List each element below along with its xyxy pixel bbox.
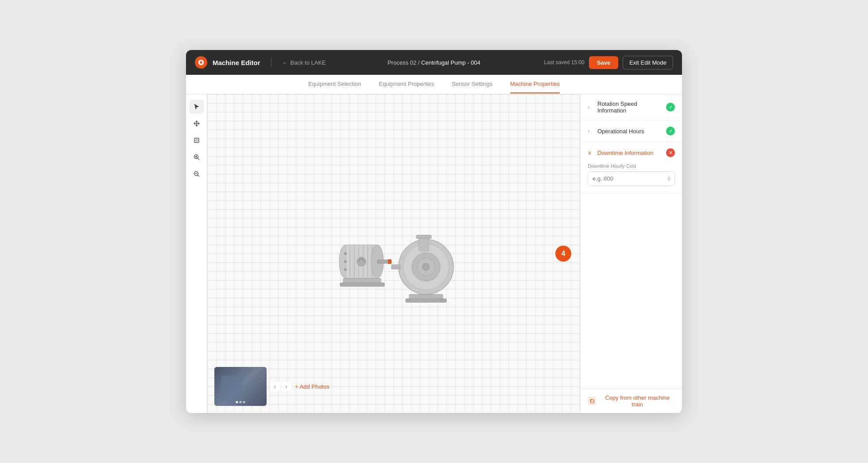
accordion-downtime-info-header[interactable]: ∨ Downtime Information ✕ <box>581 142 682 163</box>
add-photos-button[interactable]: + Add Photos <box>295 383 329 390</box>
left-toolbar <box>186 94 207 413</box>
app-header: Machine Editor ← Back to LAKE Process 02… <box>186 50 682 75</box>
photo-thumbnail[interactable] <box>214 367 267 406</box>
chevron-down-icon: ∨ <box>588 150 594 156</box>
cursor-tool-button[interactable] <box>190 100 204 114</box>
header-divider <box>271 58 271 67</box>
app-title: Machine Editor <box>213 59 260 66</box>
tab-bar: Equipment Selection Equipment Properties… <box>186 75 682 94</box>
downtime-field-wrap: $ <box>588 171 675 186</box>
save-button[interactable]: Save <box>589 56 618 69</box>
svg-point-25 <box>422 263 430 270</box>
chevron-right-icon-2: › <box>588 128 594 134</box>
chevron-right-icon: › <box>588 104 594 110</box>
last-saved-label: Last saved 15:00 <box>544 59 584 66</box>
svg-rect-13 <box>377 260 390 263</box>
copy-from-machine-train-button[interactable]: Copy from other machine train <box>588 394 675 408</box>
photo-navigation: ‹ › <box>270 382 291 391</box>
accordion-operational-hours-title: Operational Hours <box>597 128 663 135</box>
svg-rect-20 <box>340 283 384 286</box>
step-badge: 4 <box>555 246 571 262</box>
machine-illustration <box>301 196 469 311</box>
breadcrumb: Process 02 / Centrifugal Pump - 004 <box>388 59 480 66</box>
photo-prev-button[interactable]: ‹ <box>270 382 280 391</box>
frame-tool-button[interactable] <box>190 133 204 147</box>
svg-point-16 <box>344 260 347 263</box>
status-ok-icon-2: ✓ <box>666 127 675 135</box>
tab-equipment-selection[interactable]: Equipment Selection <box>308 75 361 93</box>
right-panel: › Rotation Speed Information ✓ › Operati… <box>580 94 682 413</box>
move-tool-button[interactable] <box>190 116 204 131</box>
svg-rect-28 <box>391 265 400 269</box>
currency-unit: $ <box>667 176 670 182</box>
svg-rect-27 <box>416 235 431 239</box>
copy-icon <box>588 397 596 405</box>
zoom-in-button[interactable] <box>190 150 204 164</box>
accordion-operational-hours: › Operational Hours ✓ <box>581 120 682 142</box>
tab-equipment-properties[interactable]: Equipment Properties <box>379 75 434 93</box>
accordion-rotation-speed-header[interactable]: › Rotation Speed Information ✓ <box>581 94 682 120</box>
accordion-downtime-body: Downtime Hourly Cost $ <box>581 163 682 193</box>
status-error-icon: ✕ <box>666 148 675 157</box>
svg-rect-30 <box>406 299 446 302</box>
svg-rect-0 <box>194 138 199 143</box>
svg-rect-1 <box>196 139 198 141</box>
back-to-lake-link[interactable]: ← Back to LAKE <box>282 59 326 66</box>
downtime-field-label: Downtime Hourly Cost <box>588 163 675 169</box>
photo-strip: ‹ › + Add Photos <box>214 367 329 406</box>
svg-point-15 <box>344 252 347 255</box>
svg-rect-14 <box>388 259 391 264</box>
svg-rect-31 <box>591 400 594 403</box>
svg-point-17 <box>344 268 347 271</box>
accordion-downtime-info-title: Downtime Information <box>597 150 663 156</box>
status-ok-icon: ✓ <box>666 103 675 112</box>
accordion-rotation-speed: › Rotation Speed Information ✓ <box>581 94 682 120</box>
tab-sensor-settings[interactable]: Sensor Settings <box>452 75 492 93</box>
zoom-out-button[interactable] <box>190 167 204 181</box>
accordion-operational-hours-header[interactable]: › Operational Hours ✓ <box>581 120 682 142</box>
accordion-downtime-info: ∨ Downtime Information ✕ Downtime Hourly… <box>581 142 682 193</box>
app-logo <box>195 56 207 69</box>
svg-point-18 <box>357 257 366 266</box>
tab-machine-properties[interactable]: Machine Properties <box>510 75 560 93</box>
accordion-rotation-speed-title: Rotation Speed Information <box>597 100 663 114</box>
downtime-hourly-cost-input[interactable] <box>588 171 675 186</box>
back-arrow-icon: ← <box>282 59 288 66</box>
photo-next-button[interactable]: › <box>282 382 291 391</box>
right-panel-footer: Copy from other machine train <box>581 389 682 413</box>
exit-edit-mode-button[interactable]: Exit Edit Mode <box>623 56 673 69</box>
canvas-area[interactable]: 4 ‹ › + Add Photos <box>207 94 580 413</box>
